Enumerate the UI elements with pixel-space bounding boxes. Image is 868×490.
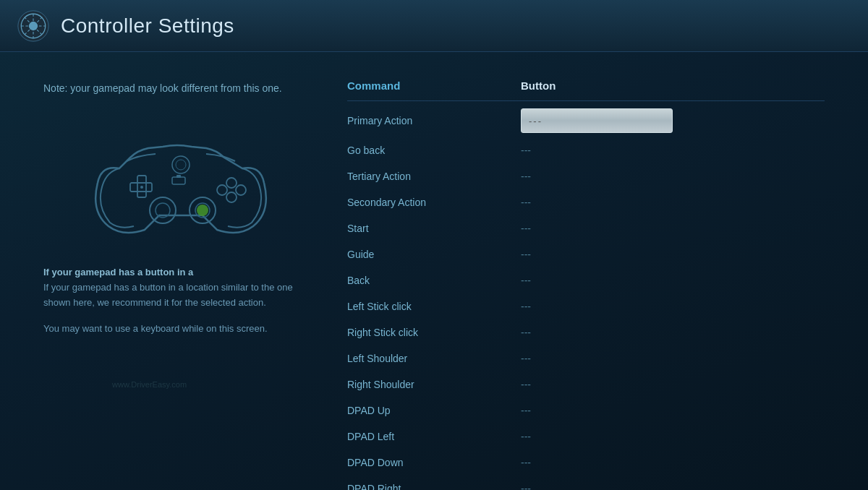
right-panel: Command Button Primary Action---Go back-… bbox=[347, 74, 825, 468]
button-value: --- bbox=[521, 275, 531, 286]
table-row[interactable]: Left Shoulder--- bbox=[347, 345, 825, 371]
main-content: Note: your gamepad may look different fr… bbox=[0, 52, 868, 490]
table-row[interactable]: Right Stick click--- bbox=[347, 319, 825, 345]
table-row[interactable]: Left Stick click--- bbox=[347, 293, 825, 319]
table-row[interactable]: DPAD Down--- bbox=[347, 450, 825, 476]
button-cell: --- bbox=[521, 300, 825, 313]
button-value: --- bbox=[521, 327, 531, 338]
button-cell: --- bbox=[521, 430, 825, 443]
button-cell: --- bbox=[521, 144, 825, 157]
command-cell: Left Stick click bbox=[347, 301, 521, 312]
keyboard-hint: You may want to use a keyboard while on … bbox=[43, 322, 318, 337]
button-input-text: --- bbox=[529, 116, 542, 126]
svg-point-17 bbox=[226, 178, 237, 188]
button-cell: --- bbox=[521, 456, 825, 469]
svg-point-10 bbox=[150, 197, 176, 223]
svg-point-20 bbox=[226, 192, 237, 202]
button-value: --- bbox=[521, 197, 531, 208]
button-value: --- bbox=[521, 379, 531, 390]
button-cell: --- bbox=[521, 108, 825, 133]
svg-point-22 bbox=[176, 160, 186, 170]
table-row[interactable]: Back--- bbox=[347, 267, 825, 293]
button-value: --- bbox=[521, 431, 531, 442]
button-cell: --- bbox=[521, 170, 825, 183]
button-input-box[interactable]: --- bbox=[521, 108, 673, 133]
button-cell: --- bbox=[521, 378, 825, 391]
command-cell: DPAD Up bbox=[347, 405, 521, 416]
command-cell: Guide bbox=[347, 249, 521, 260]
button-value: --- bbox=[521, 145, 531, 156]
button-cell: --- bbox=[521, 196, 825, 209]
info-text: If your gamepad has a button in a If you… bbox=[43, 265, 318, 310]
command-cell: Back bbox=[347, 275, 521, 286]
table-row[interactable]: Primary Action--- bbox=[347, 104, 825, 137]
left-panel: Note: your gamepad may look different fr… bbox=[43, 74, 318, 468]
button-value: --- bbox=[521, 353, 531, 364]
table-row[interactable]: DPAD Right--- bbox=[347, 476, 825, 490]
command-cell: DPAD Left bbox=[347, 431, 521, 442]
command-cell: DPAD Down bbox=[347, 457, 521, 468]
button-value: --- bbox=[521, 223, 531, 234]
button-value: --- bbox=[521, 301, 531, 312]
table-row[interactable]: Right Shoulder--- bbox=[347, 371, 825, 397]
svg-point-21 bbox=[172, 156, 190, 173]
table-row[interactable]: Go back--- bbox=[347, 137, 825, 163]
button-cell: --- bbox=[521, 222, 825, 235]
button-value: --- bbox=[521, 249, 531, 260]
page-title: Controller Settings bbox=[61, 14, 234, 38]
steam-logo bbox=[17, 10, 49, 42]
table-row[interactable]: DPAD Left--- bbox=[347, 424, 825, 450]
table-row[interactable]: Secondary Action--- bbox=[347, 189, 825, 215]
command-cell: Right Stick click bbox=[347, 327, 521, 338]
button-cell: --- bbox=[521, 352, 825, 365]
button-cell: --- bbox=[521, 326, 825, 339]
svg-point-9 bbox=[140, 186, 143, 189]
table-header: Command Button bbox=[347, 74, 825, 101]
button-value: --- bbox=[521, 457, 531, 468]
table-body: Primary Action---Go back---Tertiary Acti… bbox=[347, 104, 825, 490]
command-cell: Tertiary Action bbox=[347, 171, 521, 182]
button-value: --- bbox=[521, 171, 531, 182]
table-row[interactable]: DPAD Up--- bbox=[347, 397, 825, 424]
table-row[interactable]: Start--- bbox=[347, 215, 825, 241]
command-cell: Secondary Action bbox=[347, 197, 521, 208]
button-cell: --- bbox=[521, 482, 825, 490]
table-row[interactable]: Guide--- bbox=[347, 241, 825, 267]
button-value: --- bbox=[521, 405, 531, 416]
command-cell: DPAD Right bbox=[347, 483, 521, 490]
button-cell: --- bbox=[521, 404, 825, 417]
command-cell: Right Shoulder bbox=[347, 379, 521, 390]
svg-rect-15 bbox=[172, 177, 185, 184]
header: Controller Settings bbox=[0, 0, 868, 52]
command-cell: Left Shoulder bbox=[347, 353, 521, 364]
svg-point-14 bbox=[197, 205, 208, 216]
watermark: www.DriverEasy.com bbox=[112, 380, 187, 389]
button-column-header: Button bbox=[521, 79, 825, 92]
svg-point-18 bbox=[217, 185, 227, 195]
command-cell: Go back bbox=[347, 145, 521, 156]
command-cell: Primary Action bbox=[347, 115, 521, 126]
note-text: Note: your gamepad may look different fr… bbox=[43, 81, 318, 96]
table-row[interactable]: Tertiary Action--- bbox=[347, 163, 825, 189]
command-cell: Start bbox=[347, 223, 521, 234]
button-value: --- bbox=[521, 483, 531, 490]
command-column-header: Command bbox=[347, 79, 521, 92]
svg-point-19 bbox=[236, 185, 246, 195]
svg-rect-16 bbox=[176, 175, 181, 178]
button-cell: --- bbox=[521, 248, 825, 261]
button-cell: --- bbox=[521, 274, 825, 287]
gamepad-illustration bbox=[80, 111, 282, 248]
